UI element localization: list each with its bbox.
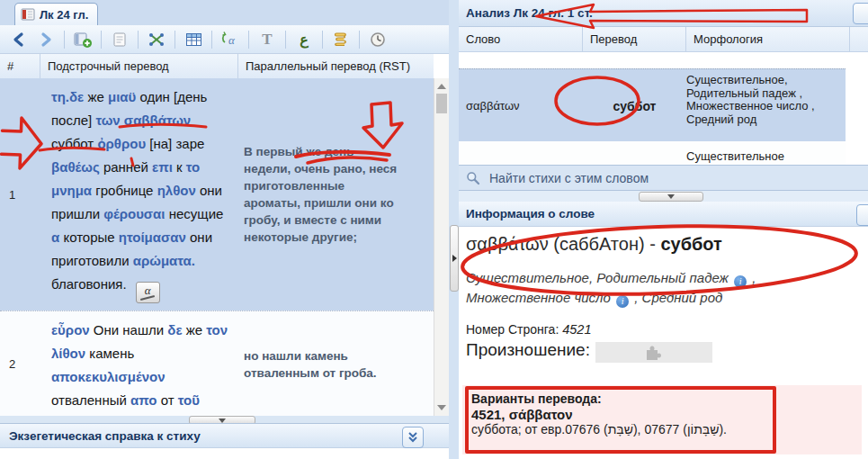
pronunciation-plugin-placeholder (595, 342, 712, 363)
splitter-handle[interactable] (639, 192, 703, 202)
cross-references-icon[interactable] (145, 28, 168, 51)
forward-icon[interactable] (34, 28, 58, 51)
splitter-handle[interactable] (450, 225, 459, 292)
toolbar-separator (359, 31, 360, 49)
interlinear-text[interactable]: εὗρον Они нашли δε же τον λίθον камень α… (51, 322, 228, 417)
headword-greek: σαββάτων (саббАтон) - (466, 234, 660, 254)
interlinear-table-header: # Подстрочный перевод Параллельный перев… (0, 54, 434, 79)
column-header-word: Слово (459, 27, 583, 51)
bible-study-app: Лк 24 гл. (0, 0, 868, 459)
scroll-down-arrow[interactable] (437, 405, 446, 410)
panel-collapse-button[interactable] (853, 3, 868, 24)
word-info-panel-header: Информация о слове (459, 202, 868, 227)
word-cell[interactable]: σαββάτων (466, 69, 578, 142)
morphology-line: Существительное, Родительный падеж i , М… (466, 268, 860, 308)
column-header-parallel: Параллельный перевод (RST) (238, 54, 434, 78)
table-icon[interactable] (182, 28, 205, 51)
word-info-content: σαββάτων (саббАтон) - суббот Существител… (459, 227, 868, 459)
parallel-translation-cell: В первый же день недели, очень рано, нес… (238, 78, 434, 310)
analysis-panel-header: Анализ Лк 24 гл. 1 ст. (459, 0, 868, 27)
verse-number: 2 (0, 311, 40, 417)
exegetical-panel-title: Экзегетическая справка к стиху (9, 429, 201, 443)
interlinear-text[interactable]: τη.δε же μιαϋ один [день после] των σαββ… (51, 89, 223, 292)
panel-collapse-button[interactable] (856, 204, 868, 226)
search-placeholder: Найти стихи с этим словом (489, 171, 649, 185)
verse-number: 1 (0, 78, 40, 310)
pronunciation-label: Произношение: (466, 340, 590, 360)
variants-entry: 4521, σάββατον (471, 407, 862, 422)
column-header-extra (850, 27, 868, 51)
search-icon (466, 171, 480, 185)
text-format-icon[interactable]: T (255, 28, 279, 51)
word-table-next-row[interactable]: Существительное (459, 141, 846, 165)
tab-luke-24[interactable]: Лк 24 гл. (14, 3, 98, 25)
chevron-right-icon (452, 255, 457, 262)
morphology-search-icon[interactable]: α (219, 28, 242, 51)
scroll-up-arrow[interactable] (437, 84, 446, 89)
search-bar[interactable]: Найти стихи с этим словом (459, 165, 868, 191)
toolbar-separator (64, 31, 65, 49)
scrollbar-thumb[interactable] (436, 94, 447, 113)
word-table-selected-row[interactable]: σαββάτων суббот Существительное, Родител… (459, 68, 846, 143)
chevron-down-icon (667, 194, 675, 199)
parallel-translation-cell: но нашли камень отваленным от гроба. (238, 311, 434, 417)
add-book-icon[interactable] (71, 28, 94, 51)
vertical-splitter[interactable] (449, 0, 459, 459)
variants-title: Варианты перевода: (471, 392, 862, 407)
document-icon[interactable] (108, 28, 131, 51)
word-table-header: Слово Перевод Морфология (459, 27, 868, 52)
headword: σαββάτων (саббАтон) - суббот (466, 234, 722, 255)
toolbar-separator (101, 31, 102, 49)
strong-number-line: Номер Стронга: 4521 (466, 322, 591, 337)
horizontal-splitter[interactable] (0, 416, 449, 423)
horizontal-splitter[interactable] (459, 191, 868, 202)
analysis-panel-title: Анализ Лк 24 гл. 1 ст. (466, 6, 593, 20)
toolbar: α T ع (0, 25, 449, 54)
column-header-number: # (0, 54, 40, 78)
tab-label: Лк 24 гл. (40, 8, 88, 22)
arabic-letter-icon[interactable]: ع (292, 28, 316, 51)
puzzle-icon (642, 343, 662, 363)
variants-definition: суббота; от евр.07676 (שַׁבָּת), 07677 (… (471, 422, 862, 437)
toolbar-separator (248, 31, 249, 49)
book-icon (21, 8, 35, 21)
exegetical-panel-header: Экзегетическая справка к стиху (0, 423, 449, 448)
word-info-panel-title: Информация о слове (466, 207, 595, 220)
morphology-cell: Существительное (686, 141, 841, 165)
toolbar-separator (285, 31, 286, 49)
info-icon[interactable]: i (616, 295, 629, 308)
hebrew-word: שַׁבָּתוֹן (687, 422, 720, 436)
hebrew-word: שַׁבָּת (608, 422, 633, 436)
vertical-scrollbar[interactable] (434, 78, 449, 416)
interlinear-cell[interactable]: εὗρον Они нашли δε же τον λίθον камень α… (40, 311, 238, 417)
interlinear-cell[interactable]: τη.δε же μιαϋ один [день после] των σαββ… (40, 78, 238, 310)
toolbar-separator (211, 31, 212, 49)
column-header-morphology: Морфология (686, 27, 850, 51)
morphology-cell: Существительное, Родительный падеж , Мно… (686, 69, 841, 142)
toolbar-separator (138, 31, 139, 49)
translation-cell[interactable]: суббот (583, 69, 686, 142)
exegetical-panel-content (0, 448, 449, 459)
info-icon[interactable]: i (734, 275, 747, 288)
chevron-down-icon (219, 418, 226, 423)
toolbar-separator (174, 31, 175, 49)
strong-number-value[interactable]: 4521 (562, 322, 591, 337)
column-header-interlinear: Подстрочный перевод (40, 54, 238, 78)
translation-variants-box: Варианты перевода: 4521, σάββατον суббот… (462, 385, 862, 454)
toolbar-separator (322, 31, 323, 49)
column-header-translation: Перевод (583, 27, 686, 51)
svg-text:α: α (228, 33, 236, 47)
history-icon[interactable] (366, 28, 389, 51)
verse-row-2[interactable]: 2 εὗρον Они нашли δε же τον λίθον камень… (0, 310, 434, 417)
back-icon[interactable] (7, 28, 31, 51)
verse-row-1[interactable]: 1 τη.δε же μιαϋ один [день после] των σα… (0, 78, 434, 310)
edit-translation-button[interactable]: α (136, 282, 160, 303)
scroll-icon[interactable] (329, 28, 353, 51)
headword-translation: суббот (660, 234, 721, 254)
double-chevron-down-icon[interactable] (402, 427, 424, 448)
tab-bar: Лк 24 гл. (0, 0, 449, 26)
